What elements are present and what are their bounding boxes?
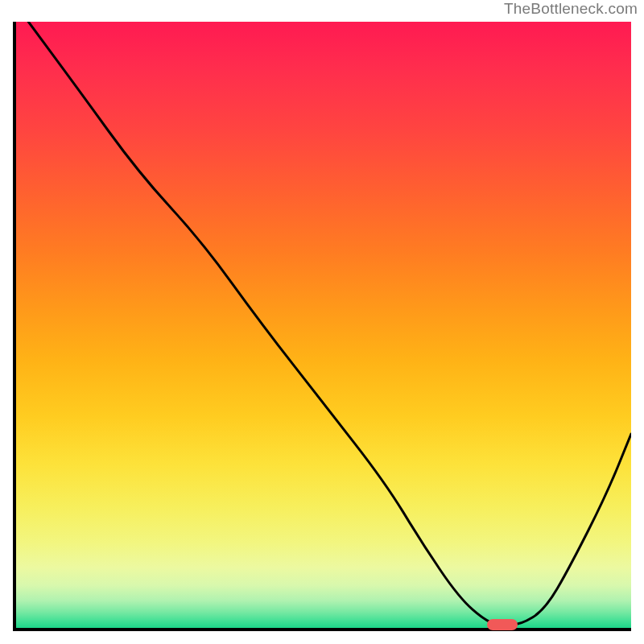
plot-area [13,22,631,631]
optimal-marker [487,619,518,630]
chart-container: TheBottleneck.com [0,0,644,644]
attribution-text: TheBottleneck.com [504,0,638,18]
gradient-background [16,22,631,628]
